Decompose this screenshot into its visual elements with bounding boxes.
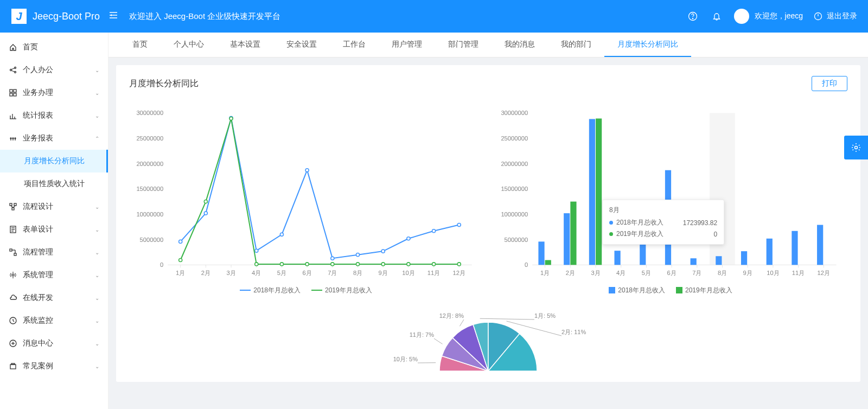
- svg-text:5000000: 5000000: [505, 237, 528, 243]
- logo-icon: J: [11, 8, 27, 24]
- panel-title: 月度增长分析同比: [129, 78, 199, 90]
- svg-rect-35: [10, 249, 12, 251]
- legend-item-2019-bar[interactable]: 2019年月总收入: [676, 286, 732, 295]
- svg-point-85: [305, 169, 309, 172]
- svg-rect-148: [767, 239, 773, 265]
- main: 首页个人中心基本设置安全设置工作台用户管理部门管理我的消息我的部门月度增长分析同…: [108, 33, 868, 409]
- collapse-sidebar-button[interactable]: [108, 10, 118, 23]
- svg-text:15000000: 15000000: [136, 186, 163, 192]
- svg-text:10月: 10月: [402, 270, 414, 276]
- sidebar-item-6[interactable]: 表单设计⌄: [0, 218, 108, 241]
- svg-text:6月: 6月: [667, 270, 676, 276]
- svg-line-11: [11, 71, 15, 72]
- svg-rect-145: [691, 258, 697, 265]
- sidebar-item-9[interactable]: 在线开发⌄: [0, 286, 108, 309]
- svg-line-160: [480, 318, 534, 319]
- settings-fab[interactable]: [844, 136, 868, 159]
- svg-rect-12: [10, 90, 12, 92]
- svg-text:7月: 7月: [692, 270, 701, 276]
- svg-line-42: [13, 321, 14, 322]
- app-name: Jeecg-Boot Pro: [33, 11, 100, 22]
- svg-point-83: [255, 249, 258, 252]
- tab-1[interactable]: 个人中心: [161, 33, 217, 57]
- help-icon[interactable]: [686, 10, 699, 23]
- logo[interactable]: J Jeecg-Boot Pro: [11, 8, 108, 24]
- svg-text:4月: 4月: [616, 270, 626, 276]
- svg-rect-139: [538, 241, 544, 265]
- tab-9[interactable]: 月度增长分析同比: [604, 33, 691, 57]
- charts-row: 0500000010000000150000002000000025000000…: [129, 107, 847, 295]
- tab-0[interactable]: 首页: [119, 33, 161, 57]
- sidebar-item-8[interactable]: 系统管理⌄: [0, 264, 108, 286]
- tab-7[interactable]: 我的消息: [492, 33, 548, 57]
- tooltip-title: 8月: [609, 206, 717, 215]
- svg-text:3月: 3月: [591, 270, 600, 276]
- sidebar-item-2[interactable]: 业务办理⌄: [0, 81, 108, 104]
- legend-item-2018-bar[interactable]: 2018年月总收入: [609, 286, 665, 295]
- chevron-up-icon: ⌃: [95, 136, 99, 142]
- user-menu[interactable]: 欢迎您，jeecg: [734, 9, 803, 24]
- svg-point-99: [356, 263, 359, 266]
- svg-point-87: [356, 253, 359, 257]
- svg-rect-26: [10, 203, 12, 206]
- tab-4[interactable]: 工作台: [330, 33, 379, 57]
- svg-text:15000000: 15000000: [501, 186, 528, 192]
- sidebar-item-7[interactable]: 流程管理⌄: [0, 241, 108, 264]
- sidebar-item-5[interactable]: 流程设计⌄: [0, 195, 108, 218]
- legend-item-2019[interactable]: 2019年月总收入: [311, 286, 372, 295]
- tab-3[interactable]: 安全设置: [273, 33, 330, 57]
- tab-6[interactable]: 部门管理: [435, 33, 492, 57]
- legend-item-2018[interactable]: 2018年月总收入: [240, 286, 301, 295]
- pie-chart[interactable]: 10月: 5%11月: 7%12月: 8%1月: 5%2月: 11%: [129, 306, 847, 371]
- svg-point-81: [204, 212, 207, 215]
- menu-label: 流程设计: [23, 202, 90, 212]
- user-greeting: 欢迎您，jeecg: [755, 11, 803, 21]
- tab-8[interactable]: 我的部门: [548, 33, 604, 57]
- sidebar-item-1[interactable]: 个人办公⌄: [0, 59, 108, 81]
- logout-button[interactable]: 退出登录: [814, 11, 857, 21]
- svg-text:20000000: 20000000: [136, 161, 163, 167]
- bell-icon[interactable]: [710, 10, 723, 23]
- menu-label: 个人办公: [23, 65, 90, 75]
- svg-text:11月: 11月: [427, 270, 440, 276]
- svg-text:7月: 7月: [328, 270, 337, 276]
- menu-label: 系统监控: [23, 316, 90, 325]
- svg-text:1月: 5%: 1月: 5%: [534, 312, 556, 319]
- content: 月度增长分析同比 打印 0500000010000000150000002000…: [108, 57, 868, 409]
- svg-point-93: [204, 200, 207, 203]
- share-icon: [9, 66, 17, 74]
- tooltip-row-2019: 2019年月总收入 0: [609, 229, 717, 239]
- sidebar-item-10[interactable]: 系统监控⌄: [0, 309, 108, 332]
- sidebar-item-0[interactable]: 首页: [0, 36, 108, 59]
- svg-rect-47: [11, 363, 15, 365]
- sidebar-item-3[interactable]: 统计报表⌄: [0, 104, 108, 127]
- menu-label: 首页: [23, 42, 99, 52]
- svg-text:25000000: 25000000: [136, 135, 163, 142]
- sidebar-item-4[interactable]: 业务报表⌃: [0, 127, 108, 150]
- chevron-down-icon: ⌄: [95, 363, 99, 369]
- print-button[interactable]: 打印: [812, 76, 847, 91]
- svg-text:6月: 6月: [303, 270, 312, 276]
- sidebar-subitem-4-0[interactable]: 月度增长分析同比: [0, 150, 108, 172]
- menu-label: 统计报表: [23, 111, 90, 120]
- grid-icon: [9, 88, 17, 97]
- svg-rect-146: [716, 256, 722, 265]
- bar-chart[interactable]: 0500000010000000150000002000000025000000…: [494, 107, 847, 295]
- message-icon: [9, 339, 17, 348]
- sidebar-item-11[interactable]: 消息中心⌄: [0, 332, 108, 355]
- sidebar-subitem-4-1[interactable]: 项目性质收入统计: [0, 172, 108, 195]
- tab-2[interactable]: 基本设置: [217, 33, 273, 57]
- sidebar-item-12[interactable]: 常见案例⌄: [0, 355, 108, 378]
- svg-rect-27: [14, 203, 16, 206]
- svg-rect-151: [545, 260, 551, 265]
- line-chart[interactable]: 0500000010000000150000002000000025000000…: [129, 107, 483, 295]
- tabs: 首页个人中心基本设置安全设置工作台用户管理部门管理我的消息我的部门月度增长分析同…: [108, 33, 868, 57]
- chevron-down-icon: ⌄: [95, 250, 99, 255]
- svg-rect-150: [817, 225, 823, 265]
- tab-5[interactable]: 用户管理: [379, 33, 435, 57]
- process-icon: [9, 248, 17, 257]
- svg-rect-142: [615, 251, 621, 265]
- svg-point-39: [12, 274, 14, 276]
- svg-point-88: [381, 250, 385, 253]
- svg-text:9月: 9月: [379, 270, 388, 276]
